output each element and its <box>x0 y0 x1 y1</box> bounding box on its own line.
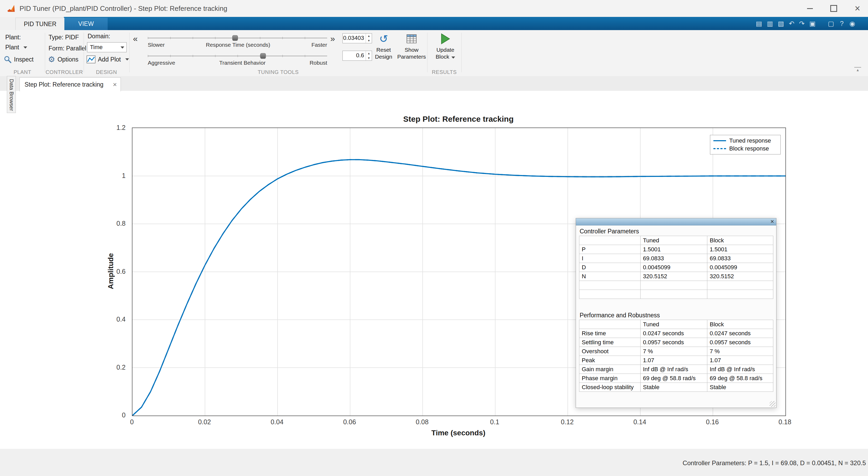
spin-up-icon[interactable]: ▴ <box>366 51 372 56</box>
controller-parameters-panel: × Controller Parameters TunedBlockP1.500… <box>576 218 776 408</box>
row-label: Closed-loop stability <box>579 383 641 392</box>
gear-icon: ⚙ <box>48 55 55 63</box>
legend-line-sample-dashed <box>713 148 726 149</box>
plot-legend[interactable]: Tuned responseBlock response <box>710 135 781 154</box>
inspect-button[interactable]: Inspect <box>4 55 33 63</box>
panel-title-strip[interactable]: × <box>576 218 776 226</box>
slider-right-label: Faster <box>311 42 327 48</box>
legend-entry: Block response <box>710 145 780 153</box>
magnifier-icon <box>4 55 11 63</box>
value-cell: 320.5152 <box>641 272 707 281</box>
x-tick-label: 0 <box>130 418 134 426</box>
layout-icon[interactable]: ▢ <box>828 20 834 27</box>
x-tick-label: 0.1 <box>490 418 499 426</box>
plot-title: Step Plot: Reference tracking <box>132 115 785 124</box>
show-parameters-button[interactable]: Show Parameters <box>397 33 426 60</box>
value-cell: 320.5152 <box>707 272 773 281</box>
tab-view[interactable]: VIEW <box>64 18 107 30</box>
options-button[interactable]: ⚙ Options <box>48 55 79 63</box>
panel-close-icon[interactable]: × <box>770 218 774 225</box>
value-cell: 1.5001 <box>641 245 707 254</box>
row-label: Gain margin <box>579 365 641 374</box>
x-tick-label: 0.02 <box>198 418 211 426</box>
caret-down-icon <box>121 47 124 49</box>
caret-down-icon <box>452 57 455 59</box>
value-cell: 69 deg @ 58.8 rad/s <box>641 374 707 383</box>
column-header: Tuned <box>641 236 707 245</box>
collapse-toolstrip-icon[interactable]: ▴ <box>854 67 861 72</box>
tab-step-plot[interactable]: Step Plot: Reference tracking × <box>20 77 121 91</box>
resize-grip[interactable] <box>770 401 775 407</box>
response-time-value[interactable]: 0.03403 <box>343 33 366 43</box>
minimize-button[interactable] <box>804 3 816 14</box>
x-tick-label: 0.08 <box>416 418 429 426</box>
tab-close-icon[interactable]: × <box>109 81 121 89</box>
matlab-logo-icon <box>7 4 15 12</box>
response-time-spinner[interactable]: 0.03403 ▴ ▾ <box>342 33 372 43</box>
help-icon[interactable]: ? <box>840 20 844 27</box>
row-label: N <box>579 272 641 281</box>
spin-down-icon[interactable]: ▾ <box>366 38 372 43</box>
shift-right-icon[interactable]: » <box>330 34 335 43</box>
x-tick-label: 0.06 <box>343 418 356 426</box>
add-plot-button[interactable]: Add Plot <box>87 55 129 63</box>
spin-up-icon[interactable]: ▴ <box>366 33 372 38</box>
column-header <box>579 320 641 329</box>
domain-select[interactable]: Time <box>87 42 127 52</box>
transient-behavior-slider-labels: Aggressive Transient Behavior Robust <box>148 60 327 66</box>
performance-table: TunedBlockRise time0.0247 seconds0.0247 … <box>579 320 773 392</box>
undo-icon[interactable]: ↶ <box>789 20 795 27</box>
data-browser-tab[interactable]: Data Browser <box>7 76 16 113</box>
toolstrip: Plant: Plant Inspect PLANT Type: PIDF Fo… <box>0 30 868 76</box>
update-block-button[interactable]: Update Block <box>430 33 461 60</box>
settings-icon[interactable]: ▣ <box>809 20 816 27</box>
transient-behavior-slider-handle[interactable] <box>260 53 266 59</box>
tab-pid-tuner[interactable]: PID TUNER <box>15 18 65 30</box>
transient-behavior-slider[interactable] <box>148 54 327 58</box>
plant-dropdown-label: Plant <box>5 44 19 51</box>
value-cell: 0.0045099 <box>707 263 773 272</box>
value-cell: 69.0833 <box>707 254 773 263</box>
legend-entry-label: Tuned response <box>729 137 771 144</box>
response-time-slider[interactable] <box>148 36 327 40</box>
plant-field-label: Plant: <box>5 34 21 41</box>
section-label-plant: PLANT <box>0 69 45 75</box>
titlebar[interactable]: PID Tuner (PID_plant/PID Controller) - S… <box>0 0 868 17</box>
caret-down-icon <box>125 58 129 60</box>
copy-icon[interactable]: ▧ <box>778 20 784 27</box>
play-icon <box>441 33 450 44</box>
y-tick-label: 0.8 <box>116 220 126 227</box>
cut-icon[interactable]: ▥ <box>767 20 773 27</box>
transient-behavior-value[interactable]: 0.6 <box>343 51 366 60</box>
shift-left-icon[interactable]: « <box>133 34 138 43</box>
inspect-label: Inspect <box>14 56 33 63</box>
y-tick-label: 0 <box>122 411 126 419</box>
value-cell <box>641 290 707 299</box>
plant-dropdown[interactable]: Plant <box>5 44 27 51</box>
close-button[interactable]: × <box>851 3 863 14</box>
spin-down-icon[interactable]: ▾ <box>366 56 372 60</box>
transient-behavior-spinner[interactable]: 0.6 ▴ ▾ <box>342 51 372 61</box>
table-row: Peak1.071.07 <box>579 356 773 365</box>
maximize-button[interactable] <box>828 3 839 14</box>
x-tick-label: 0.16 <box>706 418 719 426</box>
section-divider <box>84 33 84 72</box>
value-cell: 0.0045099 <box>641 263 707 272</box>
community-icon[interactable]: ◉ <box>849 20 855 27</box>
slider-left-label: Slower <box>148 42 165 48</box>
table-header-row: TunedBlock <box>579 320 773 329</box>
legend-line-sample-solid <box>713 140 726 141</box>
reset-design-button[interactable]: ↺ Reset Design <box>371 33 396 60</box>
ribbon-tab-bar: PID TUNER VIEW ▤▥▧↶↷▣ ▢?◉ <box>0 17 868 30</box>
redo-icon[interactable]: ↷ <box>799 20 805 27</box>
table-row: Settling time0.0957 seconds0.0957 second… <box>579 338 773 347</box>
controller-parameters-heading: Controller Parameters <box>580 228 639 235</box>
response-time-slider-handle[interactable] <box>232 35 238 41</box>
x-tick-label: 0.18 <box>779 418 792 426</box>
save-icon[interactable]: ▤ <box>756 20 762 27</box>
table-row: Phase margin69 deg @ 58.8 rad/s69 deg @ … <box>579 374 773 383</box>
show-parameters-label: Show <box>397 47 426 53</box>
reset-design-label: Reset <box>371 47 396 53</box>
row-label: D <box>579 263 641 272</box>
value-cell: 0.0957 seconds <box>641 338 707 347</box>
